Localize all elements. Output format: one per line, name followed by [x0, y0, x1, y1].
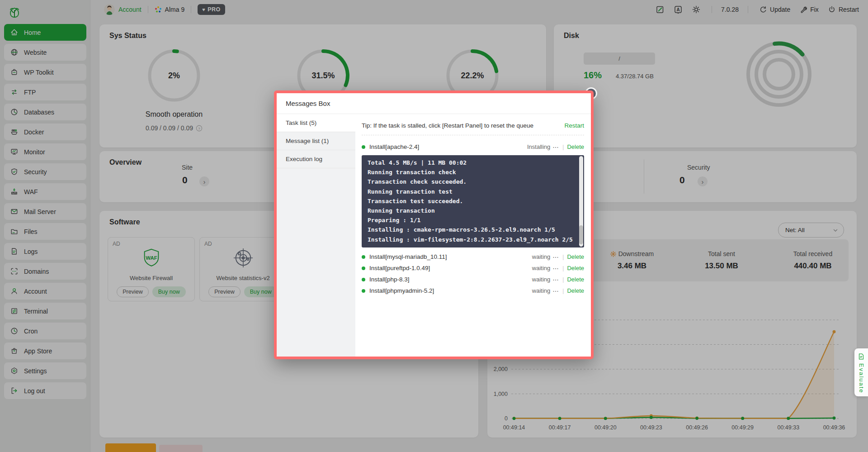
task-row: Install[php-8.3] waiting ⋯ | Delete [362, 274, 584, 285]
separator: | [562, 254, 564, 260]
task-name: Install[phpmyadmin-5.2] [369, 287, 532, 294]
tip-row: Tip: If the task is stalled, click [Rest… [362, 120, 584, 131]
terminal-line: Transaction test succeeded. [368, 196, 575, 206]
task-delete-link[interactable]: Delete [567, 276, 584, 283]
terminal-line: Installing : vim-filesystem-2:8.2.2637-2… [368, 235, 575, 244]
task-status: Installing [527, 143, 550, 150]
task-more-button[interactable]: ⋯ [552, 265, 559, 272]
modal-body: Task list (5)Message list (1)Execution l… [277, 114, 591, 357]
task-status-dot [362, 145, 365, 149]
task-status: waiting [532, 265, 550, 271]
separator: | [562, 265, 564, 271]
task-status: waiting [532, 253, 550, 260]
task-row: Install[mysql-mariadb_10.11] waiting ⋯ |… [362, 251, 584, 262]
task-name: Install[mysql-mariadb_10.11] [369, 253, 532, 260]
terminal-line: Transaction check succeeded. [368, 177, 575, 186]
modal-tab-2[interactable]: Execution log [277, 150, 355, 168]
task-name: Install[php-8.3] [369, 276, 532, 283]
restart-queue-link[interactable]: Restart [564, 122, 584, 129]
terminal-line: Running transaction test [368, 187, 575, 196]
terminal-line: Total 4.5 MB/s | 11 MB 00:02 [368, 158, 575, 167]
terminal-scrollbar-track [579, 156, 583, 247]
task-row: Install[pureftpd-1.0.49] waiting ⋯ | Del… [362, 262, 584, 274]
task-more-button[interactable]: ⋯ [552, 276, 559, 283]
task-delete-link[interactable]: Delete [567, 253, 584, 260]
task-delete-link[interactable]: Delete [567, 287, 584, 294]
separator: | [562, 288, 564, 294]
separator: | [562, 276, 564, 283]
task-list: Install[apache-2.4] Installing ⋯ | Delet… [362, 141, 584, 296]
separator: | [562, 144, 564, 150]
terminal-line: Running transaction check [368, 167, 575, 177]
task-delete-link[interactable]: Delete [567, 143, 584, 150]
tip-text: Tip: If the task is stalled, click [Rest… [362, 122, 533, 129]
modal-content: Tip: If the task is stalled, click [Rest… [355, 114, 591, 357]
task-status-dot [362, 255, 365, 259]
task-more-button[interactable]: ⋯ [552, 143, 559, 151]
waiting-task-list: Install[mysql-mariadb_10.11] waiting ⋯ |… [362, 251, 584, 296]
task-status-dot [362, 278, 365, 281]
task-row: Install[apache-2.4] Installing ⋯ | Delet… [362, 141, 584, 152]
evaluate-tab[interactable]: Evaluate [854, 348, 868, 396]
task-status-dot [362, 266, 365, 270]
terminal-scrollbar-thumb[interactable] [579, 225, 583, 244]
modal-tab-0[interactable]: Task list (5) [277, 114, 355, 132]
task-status: waiting [532, 276, 550, 283]
task-row: Install[phpmyadmin-5.2] waiting ⋯ | Dele… [362, 285, 584, 296]
task-name: Install[pureftpd-1.0.49] [369, 265, 532, 271]
modal-header: Messages Box [277, 93, 591, 114]
modal-title: Messages Box [286, 100, 330, 107]
evaluate-icon [858, 353, 865, 360]
page: Home Website WP Toolkit FTP Databases Do… [0, 0, 868, 452]
task-delete-link[interactable]: Delete [567, 265, 584, 271]
task-name: Install[apache-2.4] [369, 143, 527, 150]
terminal-line: Running transaction [368, 206, 575, 215]
task-more-button[interactable]: ⋯ [552, 253, 559, 261]
modal-tab-1[interactable]: Message list (1) [277, 132, 355, 150]
task-more-button[interactable]: ⋯ [552, 287, 559, 295]
task-status-dot [362, 289, 365, 293]
task-terminal-output[interactable]: Total 4.5 MB/s | 11 MB 00:02Running tran… [362, 155, 584, 247]
messages-box-modal: Messages Box Task list (5)Message list (… [274, 90, 594, 359]
terminal-line: Installing : cmake-rpm-macros-3.26.5-2.e… [368, 225, 575, 234]
evaluate-label: Evaluate [858, 363, 865, 394]
divider [362, 135, 584, 135]
modal-tabs: Task list (5)Message list (1)Execution l… [277, 114, 355, 357]
task-status: waiting [532, 287, 550, 294]
terminal-line: Preparing : 1/1 [368, 215, 575, 225]
